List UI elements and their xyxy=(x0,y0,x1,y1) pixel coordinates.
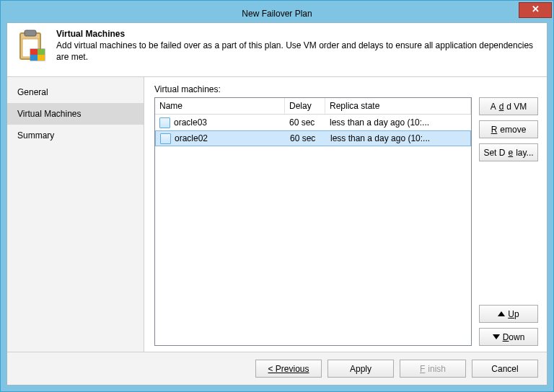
cancel-button[interactable]: Cancel xyxy=(472,360,538,378)
close-icon: ✕ xyxy=(532,4,540,14)
table-row[interactable]: oracle02 60 sec less than a day ago (10:… xyxy=(155,130,471,146)
side-buttons: Add VM Remove Set Delay... Up xyxy=(479,97,538,346)
clipboard-vm-icon xyxy=(14,29,49,63)
sidebar-item-general[interactable]: General xyxy=(7,81,144,103)
arrow-down-icon xyxy=(493,334,500,339)
cell-name: oracle03 xyxy=(174,115,207,130)
header-description: Add virtual machines to be failed over a… xyxy=(56,40,540,63)
titlebar: New Failover Plan ✕ xyxy=(6,6,548,22)
column-header-replica-state[interactable]: Replica state xyxy=(325,98,471,114)
main-row: Name Delay Replica state oracle03 60 sec xyxy=(154,97,538,346)
sidebar-item-summary[interactable]: Summary xyxy=(7,125,144,146)
svg-rect-1 xyxy=(25,30,36,36)
footer: < Previous Apply Finish Cancel xyxy=(7,352,547,385)
window-title: New Failover Plan xyxy=(242,6,312,21)
vm-icon xyxy=(159,117,170,128)
dialog-window: New Failover Plan ✕ Virtual Machines xyxy=(0,0,554,392)
cell-delay: 60 sec xyxy=(286,130,326,146)
header-title: Virtual Machines xyxy=(56,29,540,39)
set-delay-button[interactable]: Set Delay... xyxy=(479,143,538,161)
svg-rect-6 xyxy=(30,55,38,61)
svg-rect-5 xyxy=(38,49,45,55)
wizard-sidebar: General Virtual Machines Summary xyxy=(7,77,144,352)
previous-button[interactable]: < Previous xyxy=(255,360,322,378)
svg-rect-7 xyxy=(38,55,45,61)
add-vm-button[interactable]: Add VM xyxy=(479,97,538,115)
virtual-machines-label: Virtual machines: xyxy=(154,84,538,94)
svg-rect-4 xyxy=(30,49,38,55)
column-header-name[interactable]: Name xyxy=(155,98,285,114)
remove-button[interactable]: Remove xyxy=(479,120,538,138)
dialog-inner: Virtual Machines Add virtual machines to… xyxy=(6,22,548,386)
cell-name: oracle02 xyxy=(175,130,208,146)
cell-replica: less than a day ago (10:... xyxy=(326,130,470,146)
list-body: oracle03 60 sec less than a day ago (10:… xyxy=(155,115,471,345)
content-pane: Virtual machines: Name Delay Replica sta… xyxy=(144,77,547,352)
finish-button: Finish xyxy=(400,360,466,378)
vm-listview[interactable]: Name Delay Replica state oracle03 60 sec xyxy=(154,97,472,346)
move-up-button[interactable]: Up xyxy=(479,305,538,323)
arrow-up-icon xyxy=(498,311,505,316)
list-header: Name Delay Replica state xyxy=(155,98,471,115)
move-down-button[interactable]: Down xyxy=(479,328,538,346)
body: General Virtual Machines Summary Virtual… xyxy=(7,77,547,352)
column-header-delay[interactable]: Delay xyxy=(285,98,325,114)
close-button[interactable]: ✕ xyxy=(519,2,552,18)
header: Virtual Machines Add virtual machines to… xyxy=(7,23,547,77)
cell-replica: less than a day ago (10:... xyxy=(325,115,471,130)
cell-delay: 60 sec xyxy=(285,115,325,130)
apply-button[interactable]: Apply xyxy=(327,360,394,378)
header-text: Virtual Machines Add virtual machines to… xyxy=(56,29,540,72)
table-row[interactable]: oracle03 60 sec less than a day ago (10:… xyxy=(155,115,471,130)
sidebar-item-virtual-machines[interactable]: Virtual Machines xyxy=(7,103,144,125)
spacer xyxy=(479,166,538,305)
vm-icon xyxy=(160,133,171,144)
